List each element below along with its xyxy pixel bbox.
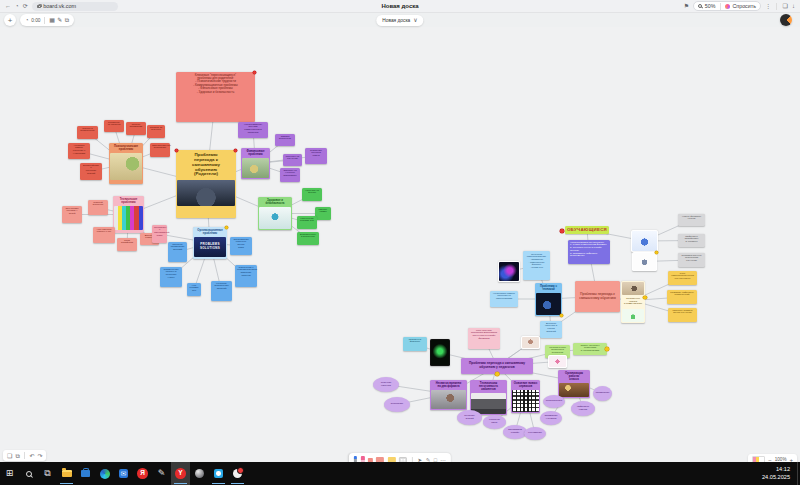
back-icon[interactable]: ←: [5, 3, 11, 9]
mindmap-node-tech[interactable]: Технические проблемы: [113, 196, 144, 233]
side-panel-icon[interactable]: ❏: [783, 3, 788, 9]
timer-icon[interactable]: ◔: [25, 17, 29, 23]
bookmark-icon[interactable]: ⚑: [684, 3, 689, 9]
mindmap-node-f4[interactable]: Затраты на учебные материалы: [280, 168, 300, 182]
browser-zoom-pill[interactable]: 50% Спросить: [693, 1, 761, 11]
mindmap-node-ob3[interactable]: Нет режима дня: [187, 283, 201, 296]
mail-icon[interactable]: ✉: [114, 462, 133, 485]
mindmap-node-gn2[interactable]: Обмен опытом с коллегами и наставниками: [573, 343, 607, 355]
store-icon[interactable]: [76, 462, 95, 485]
mindmap-node-bc2[interactable]: Недостаток живого общения со сверстникам…: [490, 291, 518, 307]
taskbar-clock[interactable]: 14:12 24.05.2025: [762, 462, 797, 485]
mindmap-node-t4[interactable]: Сбои платформ: [117, 238, 137, 251]
mindmap-node-h3[interactable]: Нарушение режима дня: [297, 216, 317, 229]
mindmap-node-r1[interactable]: Стресс и тревожность: [77, 126, 98, 139]
presentation-icon[interactable]: ⧉: [15, 453, 19, 459]
mindmap-node-e7[interactable]: мотивация учеников: [540, 411, 562, 425]
mindmap-node-ob1[interactable]: Сложное расписание занятий: [168, 242, 187, 262]
sphere-icon[interactable]: [190, 462, 209, 485]
mindmap-node-neon[interactable]: [498, 261, 520, 282]
mindmap-node-wdol[interactable]: [548, 355, 567, 368]
mail-ru-icon[interactable]: [228, 462, 247, 485]
frames-icon[interactable]: ⧉: [65, 17, 69, 23]
mindmap-node-r2[interactable]: Нехватка живого общения с учителями: [68, 143, 90, 159]
menu-icon[interactable]: ⋮: [765, 3, 771, 9]
mindmap-node-ptop[interactable]: Рост нагрузки: подготовка материалов для…: [468, 328, 500, 349]
mindmap-node-g1[interactable]: Новые форматы уроков: [678, 214, 705, 226]
search-icon[interactable]: [19, 462, 38, 485]
mindmap-node-t1[interactable]: Слабый интернет: [88, 200, 108, 215]
mindmap-node-f5[interactable]: Снижение доходов семьи: [305, 148, 327, 164]
mindmap-node-phub[interactable]: Проблемы перехода к смешанному обучению …: [461, 358, 533, 374]
mindmap-node-h1[interactable]: Нагрузка на зрение: [302, 188, 322, 201]
mindmap-node-e3[interactable]: контроль знаний: [457, 410, 482, 425]
mindmap-node-ob4[interactable]: Организация рабочего места дома: [230, 237, 252, 255]
mindmap-node-f3[interactable]: Расходы на обучение: [283, 154, 302, 166]
mindmap-node-psy[interactable]: Психологические проблемы: [109, 143, 143, 184]
mindmap-node-e2[interactable]: выгорание: [384, 397, 410, 412]
mindmap-node-c[interactable]: Проблемы перехода к смешанному обучению …: [176, 150, 236, 218]
mindmap-node-obp[interactable]: Проблемы с дисциплиной дома: [152, 225, 167, 243]
mindmap-node-g3[interactable]: Индивидуальные траектории обучения: [678, 253, 705, 267]
mindmap-node-key[interactable]: Ключевые "пересекающиеся" проблемы для р…: [176, 72, 255, 122]
mindmap-node-hub[interactable]: Проблемы перехода к смешанному обучению: [575, 281, 620, 312]
mindmap-node-y1[interactable]: Рост самостоятельности обучающихся: [668, 271, 697, 285]
reload-icon[interactable]: ⟳: [23, 3, 28, 9]
mindmap-node-ob5[interactable]: Сложности с сопровождением младших класс…: [235, 265, 257, 287]
mindmap-node-h2[interactable]: Гиподи- намия: [315, 207, 331, 220]
tab-overview-icon[interactable]: ◔: [15, 3, 19, 9]
edge-icon[interactable]: [95, 462, 114, 485]
mindmap-node-e6[interactable]: оценивание: [524, 427, 546, 440]
mindmap-node-hak[interactable]: [430, 339, 450, 366]
yandex-browser-icon[interactable]: Y: [171, 462, 190, 485]
mindmap-node-bc3[interactable]: Высокая нагрузка и объём заданий: [540, 321, 562, 338]
mindmap-node-h4[interactable]: Безопасность в интернете: [297, 232, 319, 245]
mindmap-node-fin[interactable]: Финансовые проблемы: [241, 148, 270, 179]
mindmap-node-e10[interactable]: расписание: [593, 386, 612, 401]
mindmap-node-wc1[interactable]: [631, 230, 658, 252]
avatar[interactable]: [780, 14, 792, 26]
messenger-icon[interactable]: [209, 462, 228, 485]
pen-icon[interactable]: ✎: [152, 462, 171, 485]
mindmap-node-wc2[interactable]: [632, 252, 657, 271]
mindmap-node-f1[interactable]: Необходимость покупки компьютеров и гадж…: [238, 122, 268, 138]
yandex-icon[interactable]: Я: [133, 462, 152, 485]
undo-icon[interactable]: ↶: [29, 453, 34, 459]
mindmap-node-r4[interactable]: Усталость от экранов: [104, 120, 124, 132]
mindmap-node-teal[interactable]: Причины и факторы: [403, 337, 427, 351]
mindmap-node-hlt[interactable]: Здоровье и безопасность: [258, 197, 292, 230]
mindmap-node-wper[interactable]: [521, 336, 540, 349]
mindmap-node-e4[interactable]: обратная связь: [483, 415, 506, 429]
mindmap-node-e9[interactable]: цифровые навыки: [571, 401, 595, 416]
file-explorer-icon[interactable]: [57, 462, 76, 485]
ask-button[interactable]: Спросить: [733, 3, 756, 9]
mindmap-node-f2[interactable]: Оплата интернета: [275, 134, 295, 146]
mindmap-node-r7[interactable]: Эмоциональное выгорание: [150, 143, 170, 157]
download-icon[interactable]: ↓: [792, 3, 795, 9]
mindmap-node-y3[interactable]: Гибкость темпа и места обучения: [668, 308, 697, 322]
redo-icon[interactable]: ↷: [37, 453, 42, 459]
mindmap-node-vio[interactable]: Характеристики обучающихся: 1. Учатся в …: [568, 240, 610, 264]
mindmap-node-ob6[interactable]: Контроль выполнения заданий: [211, 281, 232, 301]
mindmap-node-r6[interactable]: Тревога за будущее: [147, 125, 165, 138]
mindmap-node-r5[interactable]: Потеря мотивации: [126, 122, 146, 135]
mindmap-node-t2[interactable]: Отсутствие техники у детей: [62, 206, 82, 223]
mindmap-node-t3[interactable]: Нет навыков работы с ПК: [93, 227, 115, 243]
mindmap-node-y2[interactable]: Развитие цифровых компетенций: [667, 290, 697, 304]
mindmap-node-g2[interactable]: Цифровые платформы и сервисы: [678, 234, 705, 247]
mindmap-node-ban[interactable]: ОБУЧАЮЩИЕСЯ: [565, 226, 609, 234]
mindmap-node-r3[interactable]: Беспокойство о качестве знаний: [80, 163, 102, 180]
frames-panel-icon[interactable]: ❏: [7, 453, 12, 459]
mindmap-node-e8[interactable]: техподдержка: [543, 395, 565, 408]
mindmap-node-ob2[interactable]: Совмещение работы и контроля учёбы: [160, 267, 182, 287]
start-icon[interactable]: ⊞: [0, 462, 19, 485]
mindmap-node-bc1[interactable]: Трудности самоорганизации: - мотивация -…: [523, 251, 550, 280]
mindmap-node-pc1[interactable]: Нехватка времени на два формата: [430, 380, 467, 410]
mindmap-node-ycd[interactable]: Социальные навыки и коммуникация: [621, 281, 645, 323]
comment-icon[interactable]: ✎: [57, 17, 62, 23]
mindmap-node-org[interactable]: Организационные проблемыPROBLEMS SOLUTIO…: [193, 227, 227, 259]
address-bar[interactable]: board.vk.com: [32, 2, 118, 11]
mindmap-node-pc3[interactable]: Освоение новых сервисов: [511, 380, 540, 413]
mindmap-node-e1[interactable]: большая нагрузка: [373, 377, 399, 392]
mindmap-node-pc4[interactable]: Организация работы класса: [558, 370, 590, 398]
